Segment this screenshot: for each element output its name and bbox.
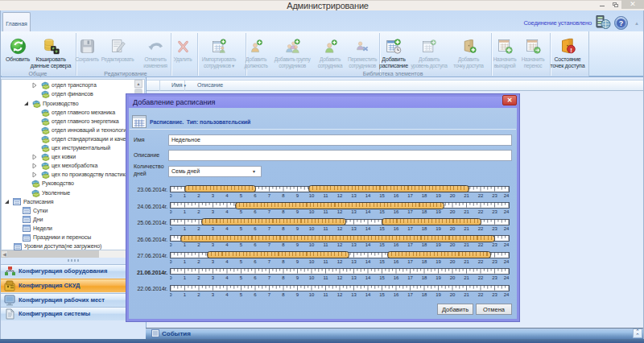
- svg-text:2: 2: [197, 292, 200, 297]
- svg-text:4: 4: [225, 275, 229, 280]
- svg-text:4: 4: [225, 259, 229, 264]
- svg-text:24: 24: [504, 259, 510, 264]
- svg-text:8: 8: [282, 292, 285, 297]
- svg-text:16: 16: [394, 275, 399, 280]
- svg-text:16: 16: [394, 292, 399, 297]
- svg-text:15: 15: [379, 209, 385, 214]
- svg-text:1: 1: [184, 275, 187, 280]
- svg-text:11: 11: [323, 242, 328, 247]
- svg-text:22: 22: [478, 242, 484, 247]
- svg-text:13: 13: [351, 275, 357, 280]
- svg-text:?: ?: [619, 19, 624, 27]
- svg-text:1: 1: [184, 259, 187, 264]
- svg-text:5: 5: [240, 209, 243, 214]
- svg-text:23: 23: [492, 242, 497, 247]
- svg-text:20: 20: [450, 193, 456, 198]
- svg-text:11: 11: [323, 275, 328, 280]
- svg-text:23: 23: [492, 209, 497, 214]
- svg-text:7: 7: [268, 226, 271, 231]
- svg-text:5: 5: [240, 193, 243, 198]
- svg-text:15: 15: [379, 193, 385, 198]
- svg-text:0: 0: [170, 209, 172, 214]
- svg-text:1: 1: [184, 242, 187, 247]
- svg-text:18: 18: [422, 259, 427, 264]
- svg-text:0: 0: [170, 292, 172, 297]
- svg-text:2: 2: [197, 193, 200, 198]
- svg-text:5: 5: [240, 226, 243, 231]
- svg-text:0: 0: [170, 242, 172, 247]
- svg-text:1: 1: [184, 193, 187, 198]
- svg-text:16: 16: [394, 193, 399, 198]
- svg-text:14: 14: [365, 259, 371, 264]
- svg-text:9: 9: [296, 209, 299, 214]
- svg-text:9: 9: [296, 242, 299, 247]
- svg-text:7: 7: [268, 259, 271, 264]
- svg-text:5: 5: [240, 259, 243, 264]
- svg-text:6: 6: [254, 259, 257, 264]
- svg-text:8: 8: [282, 275, 285, 280]
- svg-text:4: 4: [225, 226, 229, 231]
- svg-text:21: 21: [464, 242, 469, 247]
- svg-text:4: 4: [225, 292, 229, 297]
- svg-text:20: 20: [450, 292, 456, 297]
- svg-text:18: 18: [422, 193, 427, 198]
- svg-text:16: 16: [394, 226, 399, 231]
- svg-text:12: 12: [337, 275, 343, 280]
- svg-text:20: 20: [450, 259, 456, 264]
- svg-text:19: 19: [436, 242, 441, 247]
- svg-text:17: 17: [407, 226, 413, 231]
- svg-text:21: 21: [464, 292, 469, 297]
- svg-text:21: 21: [464, 275, 469, 280]
- svg-text:12: 12: [337, 292, 343, 297]
- svg-text:!: !: [570, 47, 572, 54]
- svg-text:13: 13: [351, 226, 357, 231]
- svg-text:18: 18: [422, 292, 427, 297]
- svg-text:6: 6: [254, 193, 257, 198]
- svg-text:16: 16: [394, 242, 399, 247]
- svg-text:9: 9: [296, 259, 299, 264]
- svg-text:23: 23: [492, 275, 497, 280]
- svg-text:5: 5: [240, 275, 243, 280]
- svg-text:21: 21: [464, 259, 469, 264]
- svg-text:9: 9: [296, 226, 299, 231]
- svg-text:8: 8: [282, 259, 285, 264]
- svg-text:23: 23: [492, 259, 497, 264]
- svg-text:19: 19: [436, 292, 441, 297]
- svg-text:17: 17: [407, 275, 413, 280]
- svg-text:19: 19: [436, 193, 441, 198]
- svg-text:11: 11: [323, 193, 328, 198]
- svg-text:17: 17: [407, 259, 413, 264]
- svg-text:14: 14: [365, 226, 371, 231]
- svg-text:24: 24: [504, 209, 510, 214]
- svg-text:11: 11: [323, 226, 328, 231]
- svg-text:10: 10: [309, 259, 315, 264]
- svg-text:5: 5: [240, 242, 243, 247]
- svg-text:10: 10: [309, 275, 315, 280]
- svg-text:24: 24: [504, 226, 510, 231]
- svg-text:3: 3: [212, 193, 215, 198]
- svg-text:8: 8: [282, 193, 285, 198]
- svg-text:0: 0: [170, 259, 172, 264]
- svg-text:19: 19: [436, 259, 441, 264]
- svg-text:4: 4: [225, 209, 229, 214]
- svg-text:1: 1: [184, 292, 187, 297]
- svg-text:10: 10: [309, 193, 315, 198]
- svg-text:2: 2: [197, 259, 200, 264]
- svg-text:21: 21: [464, 209, 469, 214]
- svg-text:5: 5: [240, 292, 243, 297]
- svg-text:3: 3: [212, 259, 215, 264]
- svg-text:8: 8: [282, 242, 285, 247]
- svg-text:7: 7: [268, 275, 271, 280]
- svg-text:4: 4: [225, 242, 229, 247]
- svg-text:21: 21: [464, 226, 469, 231]
- svg-text:13: 13: [351, 209, 357, 214]
- svg-text:13: 13: [351, 292, 357, 297]
- svg-text:15: 15: [379, 275, 385, 280]
- svg-text:24: 24: [504, 292, 510, 297]
- svg-text:2: 2: [197, 242, 200, 247]
- svg-text:17: 17: [407, 209, 413, 214]
- svg-text:7: 7: [268, 193, 271, 198]
- svg-text:9: 9: [296, 292, 299, 297]
- svg-text:19: 19: [436, 226, 441, 231]
- svg-text:20: 20: [450, 209, 456, 214]
